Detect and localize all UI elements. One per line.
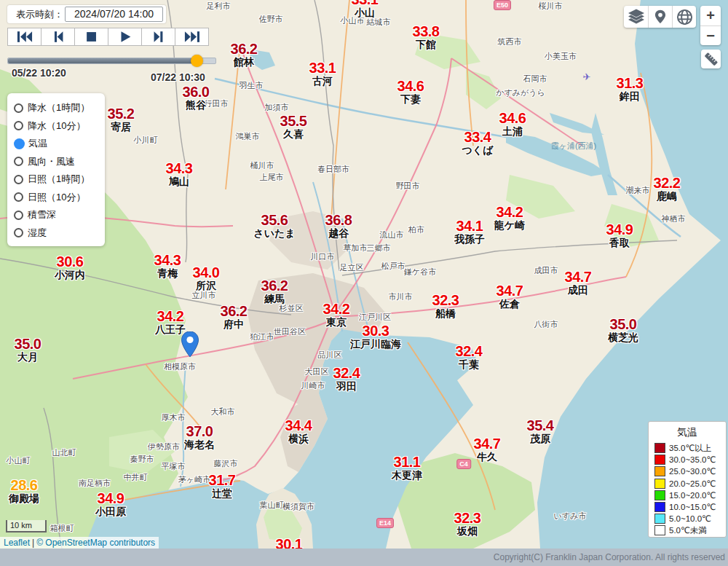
station-name: 船橋 <box>432 308 459 318</box>
station-temperature-value: 36.8 <box>325 213 352 227</box>
playback-controls <box>7 28 209 46</box>
location-button[interactable] <box>648 6 672 28</box>
station-temperature-value: 34.6 <box>397 79 424 93</box>
layer-option-日照（1時間）[interactable]: 日照（1時間） <box>14 170 98 189</box>
radio-selected-icon[interactable] <box>14 138 25 149</box>
map-town-label: 筑西市 <box>498 36 522 47</box>
map-attribution: Leaflet|© OpenStreetMap contributors <box>0 537 159 549</box>
leaflet-link[interactable]: Leaflet <box>4 538 30 548</box>
radio-icon[interactable] <box>14 157 23 166</box>
zoom-in-button[interactable]: + <box>700 6 721 25</box>
station-越谷: 36.8越谷 <box>325 213 352 238</box>
station-name: 熊谷 <box>183 100 210 110</box>
airplane-icon: ✈ <box>583 71 591 82</box>
legend-row: 5.0~10.0℃ <box>654 513 726 524</box>
map-town-label: 桜川市 <box>539 1 563 12</box>
playback-step-back-button[interactable] <box>41 28 75 46</box>
layers-button[interactable] <box>624 6 648 28</box>
playback-skip-end-button[interactable] <box>175 28 209 46</box>
globe-button[interactable] <box>672 6 696 28</box>
map-town-label: 川口市 <box>311 251 335 262</box>
location-pin-icon <box>653 8 668 25</box>
station-鹿嶋: 32.2鹿嶋 <box>654 176 681 201</box>
station-name: 寄居 <box>108 122 135 132</box>
station-temperature-value: 32.2 <box>654 176 681 190</box>
layer-option-湿度[interactable]: 湿度 <box>14 224 98 243</box>
map-town-label: 藤沢市 <box>214 458 238 469</box>
map-town-label: 流山市 <box>380 229 404 240</box>
radio-icon[interactable] <box>14 211 23 220</box>
layer-option-label: 降水（10分） <box>28 119 85 133</box>
radio-icon[interactable] <box>14 228 23 237</box>
time-slider-track[interactable] <box>7 58 216 64</box>
legend-label: 25.0~30.0℃ <box>669 466 716 476</box>
zoom-control: + − <box>700 6 721 45</box>
station-temperature-value: 34.7 <box>496 283 523 298</box>
station-name: 御殿場 <box>9 493 39 503</box>
layer-option-降水（1時間）[interactable]: 降水（1時間） <box>14 99 98 117</box>
station-久喜: 35.5久喜 <box>280 114 307 139</box>
legend-row: 25.0~30.0℃ <box>654 465 726 477</box>
map-town-label: 相模原市 <box>164 361 196 372</box>
station-temperature-value: 30.6 <box>55 254 85 269</box>
station-茂原: 35.4茂原 <box>527 418 554 444</box>
layer-option-風向・風速[interactable]: 風向・風速 <box>14 153 98 171</box>
station-name: 大月 <box>15 352 41 362</box>
display-time-value[interactable]: 2024/07/20 14:00 <box>65 7 163 22</box>
road-shield-badge: E14 <box>376 518 394 528</box>
map-town-label: 小美玉市 <box>545 51 577 62</box>
legend-label: 10.0~15.0℃ <box>669 502 716 512</box>
station-横浜: 34.4横浜 <box>285 418 312 444</box>
radio-icon[interactable] <box>14 192 23 202</box>
location-marker-pin[interactable] <box>181 331 199 358</box>
playback-skip-start-button[interactable] <box>7 28 41 46</box>
map-canvas[interactable]: 足利市佐野市桜川市筑西市結城市小山市羽生市行田市加須市鴻巣市桶川市上尾市小川町春… <box>0 0 728 549</box>
layer-option-降水（10分）[interactable]: 降水（10分） <box>14 117 98 135</box>
playback-step-forward-button[interactable] <box>141 28 175 46</box>
map-town-label: 川崎市 <box>301 380 325 391</box>
legend-swatch <box>654 502 665 512</box>
station-下妻: 34.6下妻 <box>397 79 424 104</box>
radio-icon[interactable] <box>14 103 23 113</box>
road-shield-badge: C4 <box>456 459 471 469</box>
station-name: 千葉 <box>456 359 483 369</box>
station-temperature-value: 33.1 <box>352 0 379 7</box>
station-府中: 36.2府中 <box>221 304 248 329</box>
station-横芝光: 35.0横芝光 <box>608 317 638 342</box>
layer-option-label: 風向・風速 <box>28 155 75 168</box>
timeline-start-label: 05/22 10:20 <box>12 67 66 79</box>
station-所沢: 34.0所沢 <box>193 265 220 291</box>
station-name: 所沢 <box>193 280 220 291</box>
station-temperature-value: 34.2 <box>494 205 525 219</box>
map-town-label: 石岡市 <box>523 74 547 84</box>
page-footer: Copyright(C) Franklin Japan Corporation.… <box>0 549 728 566</box>
station-temperature-value: 37.0 <box>184 424 215 439</box>
radio-icon[interactable] <box>14 121 23 130</box>
map-town-label: 市川市 <box>389 291 413 302</box>
zoom-out-button[interactable]: − <box>700 25 721 45</box>
legend-swatch <box>654 525 665 535</box>
attribution-separator: | <box>32 538 34 548</box>
layer-option-label: 降水（1時間） <box>28 101 90 114</box>
station-temperature-value: 31.7 <box>209 473 236 487</box>
layer-option-積雪深[interactable]: 積雪深 <box>14 206 98 224</box>
layer-option-label: 湿度 <box>28 227 47 240</box>
playback-stop-button[interactable] <box>74 28 108 46</box>
layer-option-日照（10分）[interactable]: 日照（10分） <box>14 189 98 207</box>
station-temperature-value: 31.1 <box>392 455 422 469</box>
measure-button[interactable] <box>701 50 721 68</box>
station-temperature-value: 35.6 <box>253 213 295 227</box>
station-name: 坂畑 <box>454 526 481 536</box>
station-小河内: 30.6小河内 <box>55 254 85 280</box>
map-town-label: 春日部市 <box>317 164 349 175</box>
radio-icon[interactable] <box>14 175 23 184</box>
playback-play-button[interactable] <box>108 28 142 46</box>
map-town-label: 柏市 <box>408 224 424 235</box>
map-town-label: 松戸市 <box>381 261 405 272</box>
layer-option-気温[interactable]: 気温 <box>14 135 98 153</box>
osm-contributors-link[interactable]: © OpenStreetMap contributors <box>36 538 155 548</box>
station-name: 土浦 <box>499 126 526 136</box>
station-成田: 34.7成田 <box>565 270 592 295</box>
station-羽田: 32.4羽田 <box>333 366 360 391</box>
map-town-label: 上尾市 <box>260 172 284 183</box>
